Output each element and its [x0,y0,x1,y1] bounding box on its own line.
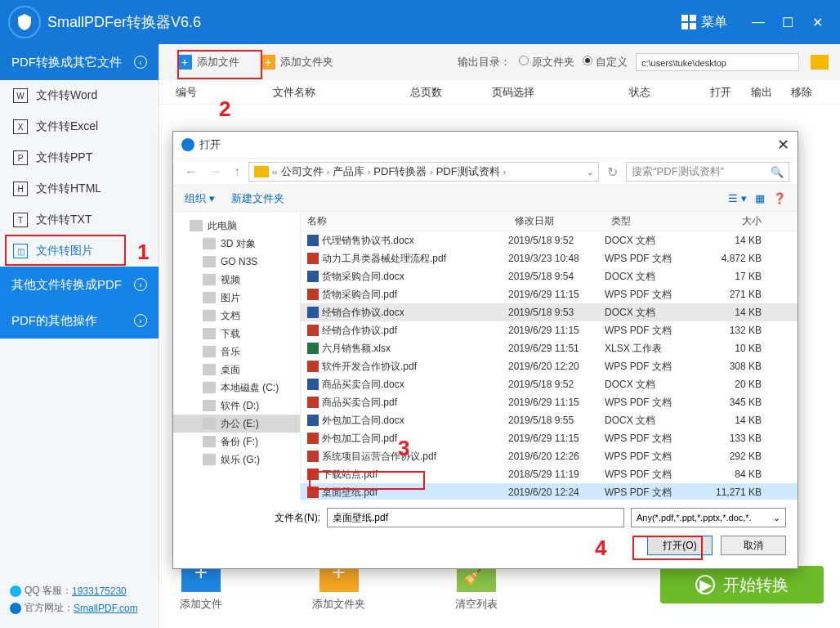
drive-icon [190,220,203,231]
sidebar-group-pdf-other[interactable]: PDF的其他操作 › [0,303,159,339]
tree-node[interactable]: 桌面 [173,361,300,379]
drive-icon [203,346,216,357]
tree-node[interactable]: 视频 [173,271,300,289]
open-button[interactable]: 打开(O) [647,536,713,555]
file-row[interactable]: 代理销售协议书.docx2019/5/18 9:52DOCX 文档14 KB [301,231,798,249]
file-row[interactable]: 软件开发合作协议.pdf2019/6/20 12:20WPS PDF 文档308… [301,357,798,375]
tree-node[interactable]: 本地磁盘 (C:) [173,379,300,397]
open-dialog: 打开 ✕ ← → ↑ ‹‹ 公司文件› 产品库› PDF转换器› PDF测试资料… [172,131,798,569]
tree-node[interactable]: 娱乐 (G:) [173,451,300,469]
qq-icon [10,585,21,597]
maximize-button[interactable]: ☐ [776,11,799,34]
site-link[interactable]: SmallPDF.com [74,603,138,614]
drive-icon [203,310,216,321]
radio-original[interactable]: 原文件夹 [519,55,574,70]
tree-node[interactable]: GO N3S [173,253,300,271]
sidebar-group-other-to-pdf[interactable]: 其他文件转换成PDF › [0,267,159,303]
sidebar-group-pdf-to-other[interactable]: PDF转换成其它文件 ‹ [0,44,159,80]
file-row[interactable]: 六月销售额.xlsx2019/6/29 11:51XLSX 工作表10 KB [301,339,798,357]
file-row[interactable]: 商品买卖合同.docx2019/5/18 9:52DOCX 文档20 KB [301,375,798,393]
drive-icon [203,328,216,339]
drive-icon [203,382,216,393]
dialog-close-button[interactable]: ✕ [777,136,789,154]
tree-node[interactable]: 下载 [173,325,300,343]
add-folder-button[interactable]: +添加文件夹 [254,52,340,73]
search-input[interactable]: 搜索"PDF测试资料"🔍 [626,162,789,182]
column-headers: 编号 文件名称 总页数 页码选择 状态 打开 输出 移除 [159,80,840,105]
file-row[interactable]: 系统项目运营合作协议.pdf2019/6/20 12:26WPS PDF 文档2… [301,447,798,465]
chevron-icon: › [134,278,147,291]
start-convert-button[interactable]: ▶ 开始转换 [660,566,824,603]
output-label: 输出目录： [458,55,511,70]
back-button[interactable]: ← [181,164,201,179]
filename-input[interactable] [327,508,624,527]
dialog-icon [181,138,194,151]
tree-node[interactable]: 3D 对象 [173,235,300,253]
drive-icon [203,400,216,411]
drive-icon [203,364,216,375]
tree-node[interactable]: 软件 (D:) [173,397,300,415]
sidebar-item-4[interactable]: T文件转TXT [0,204,159,236]
file-row[interactable]: 货物采购合同.docx2019/5/18 9:54DOCX 文档17 KB [301,267,798,285]
organize-button[interactable]: 组织 ▾ [185,191,215,206]
preview-button[interactable]: ▦ [755,192,765,204]
dialog-file-list: 名称 修改日期 类型 大小 代理销售协议书.docx2019/5/18 9:52… [301,212,798,500]
toolbar: +添加文件 +添加文件夹 输出目录： 原文件夹 自定义 c:\users\tuk… [159,44,840,80]
title-bar: SmallPDFer转换器V6.6 菜单 — ☐ ✕ [0,0,840,44]
radio-custom[interactable]: 自定义 [583,55,628,70]
new-folder-button[interactable]: 新建文件夹 [231,191,284,206]
output-path[interactable]: c:\users\tuke\desktop [636,53,799,71]
qq-link[interactable]: 1933175230 [72,585,127,597]
doc-icon [307,235,319,246]
pdf-icon [307,397,319,408]
breadcrumb[interactable]: ‹‹ 公司文件› 产品库› PDF转换器› PDF测试资料› ⌄ [248,162,599,182]
tree-node[interactable]: 备份 (F:) [173,433,300,451]
drive-icon [203,454,216,465]
tree-node[interactable]: 音乐 [173,343,300,361]
tree-node[interactable]: 图片 [173,289,300,307]
drive-icon [203,274,216,285]
chevron-icon: ‹ [134,56,147,69]
drive-icon [203,418,216,429]
drive-icon [203,256,216,267]
file-row[interactable]: 经销合作协议.docx2019/5/18 9:53DOCX 文档14 KB [301,303,798,321]
sidebar-item-5[interactable]: ◫文件转图片 [0,236,159,267]
add-file-button[interactable]: +添加文件 [171,52,246,73]
doc-icon: H [13,182,28,196]
sidebar-item-0[interactable]: W文件转Word [0,80,159,111]
close-button[interactable]: ✕ [806,11,829,34]
file-row[interactable]: 经销合作协议.pdf2019/6/29 11:15WPS PDF 文档132 K… [301,321,798,339]
doc-icon [307,271,319,282]
file-row[interactable]: 货物采购合同.pdf2019/6/29 11:15WPS PDF 文档271 K… [301,285,798,303]
file-row[interactable]: 商品买卖合同.pdf2019/6/29 11:15WPS PDF 文档345 K… [301,393,798,411]
tree-node[interactable]: 文档 [173,307,300,325]
doc-icon [307,415,319,426]
doc-icon: T [13,213,28,227]
help-button[interactable]: ❓ [773,192,786,204]
plus-icon: + [177,55,192,70]
up-button[interactable]: ↑ [230,164,244,179]
tree-node[interactable]: 此电脑 [173,217,300,235]
folder-icon[interactable] [811,55,829,70]
search-icon: 🔍 [771,166,784,178]
file-row[interactable]: 桌面壁纸.pdf2019/6/20 12:24WPS PDF 文档11,271 … [301,483,798,500]
dialog-organize-bar: 组织 ▾ 新建文件夹 ☰ ▾ ▦ ❓ [173,186,798,212]
sidebar-item-1[interactable]: X文件转Excel [0,111,159,142]
sidebar-footer: QQ 客服：1933175230 官方网址：SmallPDF.com [10,584,138,618]
view-button[interactable]: ☰ ▾ [728,192,747,204]
filter-select[interactable]: Any(*.pdf,*.ppt,*.pptx,*.doc,*.⌄ [631,508,786,527]
plus-icon: + [261,55,275,70]
tree-node[interactable]: 办公 (E:) [173,415,300,433]
file-row[interactable]: 下载站点.pdf2018/5/29 11:19WPS PDF 文档84 KB [301,465,798,483]
menu-button[interactable]: 菜单 [681,14,727,31]
file-row[interactable]: 动力工具类器械处理流程.pdf2019/3/23 10:48WPS PDF 文档… [301,249,798,267]
refresh-button[interactable]: ↻ [604,164,621,180]
file-row[interactable]: 外包加工合同.pdf2019/6/29 11:15WPS PDF 文档133 K… [301,429,798,447]
minimize-button[interactable]: — [747,11,770,34]
sidebar-item-3[interactable]: H文件转HTML [0,173,159,204]
forward-button[interactable]: → [206,164,226,179]
file-row[interactable]: 外包加工合同.docx2019/5/18 9:55DOCX 文档14 KB [301,411,798,429]
sidebar-item-2[interactable]: P文件转PPT [0,142,159,173]
dialog-bottom: 文件名(N): Any(*.pdf,*.ppt,*.pptx,*.doc,*.⌄… [173,500,798,563]
cancel-button[interactable]: 取消 [721,536,786,555]
